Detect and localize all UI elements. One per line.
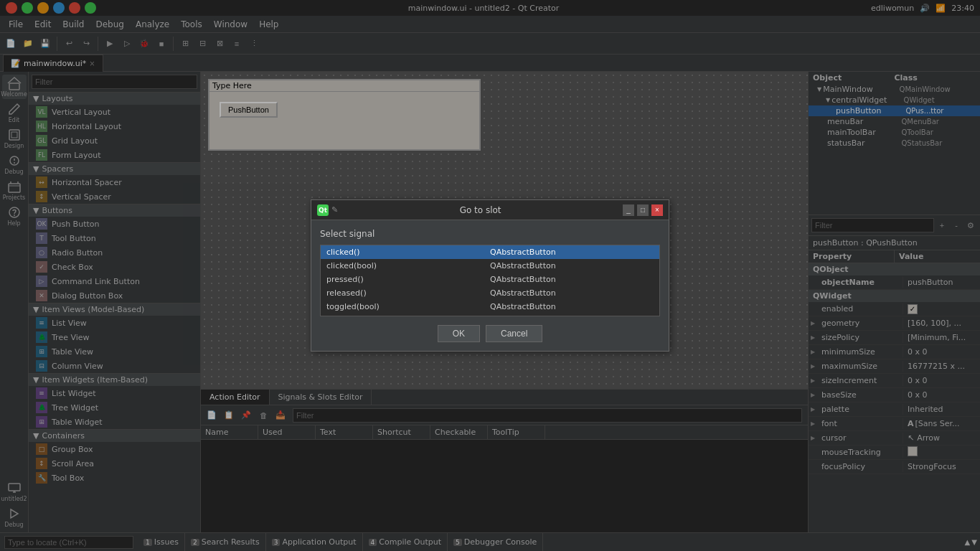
dialog-minimize-btn[interactable]: _ — [623, 204, 634, 216]
signal-row-toggled[interactable]: toggled(bool) QAbstractButton — [321, 300, 659, 314]
signal-name: toggled(bool) — [326, 302, 490, 311]
signal-row-pressed[interactable]: pressed() QAbstractButton — [321, 273, 659, 286]
dialog-overlay: Qt ✎ Go to slot _ □ × Select signal clic… — [0, 0, 980, 551]
signal-class: QAbstractButton — [490, 302, 654, 311]
signal-name: released() — [326, 288, 490, 298]
dialog-ok-btn[interactable]: OK — [438, 325, 480, 342]
dialog-select-signal-label: Select signal — [320, 229, 660, 239]
dialog-buttons: OK Cancel — [320, 325, 660, 342]
dialog-list-container: clicked() QAbstractButton clicked(bool) … — [320, 245, 660, 316]
signal-name: destroyed() — [326, 316, 490, 316]
dialog-maximize-btn[interactable]: □ — [637, 204, 649, 216]
signal-name: pressed() — [326, 275, 490, 284]
signal-row-destroyed[interactable]: destroyed() QObject — [321, 314, 659, 316]
signal-class: QAbstractButton — [490, 275, 654, 284]
dialog-titlebar: Qt ✎ Go to slot _ □ × — [311, 200, 669, 220]
signal-row-clicked[interactable]: clicked() QAbstractButton — [321, 245, 659, 259]
signal-name: clicked(bool) — [326, 261, 490, 270]
signal-list[interactable]: clicked() QAbstractButton clicked(bool) … — [320, 245, 660, 316]
dialog-body: Select signal clicked() QAbstractButton … — [311, 220, 669, 351]
signal-class: QObject — [490, 316, 654, 316]
signal-class: QAbstractButton — [490, 288, 654, 298]
go-to-slot-dialog: Qt ✎ Go to slot _ □ × Select signal clic… — [311, 199, 669, 352]
signal-class: QAbstractButton — [490, 261, 654, 270]
dialog-edit-icon: ✎ — [331, 205, 338, 215]
dialog-close-btn[interactable]: × — [651, 204, 663, 216]
dialog-title-text: Go to slot — [338, 205, 623, 215]
dialog-title-icons: _ □ × — [623, 204, 663, 216]
signal-class: QAbstractButton — [490, 248, 654, 257]
signal-row-clicked-bool[interactable]: clicked(bool) QAbstractButton — [321, 259, 659, 273]
dialog-cancel-btn[interactable]: Cancel — [486, 325, 542, 342]
dialog-title-left: Qt ✎ — [317, 204, 338, 216]
signal-row-released[interactable]: released() QAbstractButton — [321, 286, 659, 300]
qt-logo-icon: Qt — [317, 204, 329, 216]
signal-name: clicked() — [326, 248, 490, 257]
